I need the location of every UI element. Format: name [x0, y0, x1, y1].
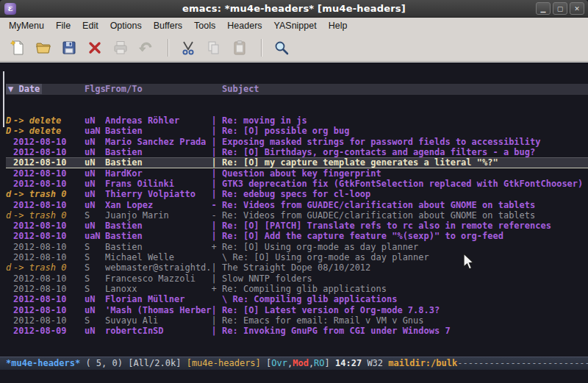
- message-mark: [6, 294, 13, 304]
- message-row[interactable]: d-> trash 0SJuanjo Marin- Re: Videos fro…: [6, 210, 588, 221]
- menu-item-tools[interactable]: Tools: [188, 18, 221, 33]
- menu-item-buffers[interactable]: Buffers: [148, 18, 188, 33]
- column-header-subject[interactable]: Subject: [212, 84, 259, 95]
- message-mark: d: [6, 189, 13, 199]
- message-mark: [6, 221, 13, 231]
- minimize-button[interactable]: ▁: [536, 2, 551, 15]
- message-mark: d: [6, 262, 13, 273]
- modeline-readonly: RO: [314, 358, 324, 368]
- message-date: 2012-08-10: [13, 168, 85, 179]
- column-header-date[interactable]: ▼ Date: [6, 84, 85, 95]
- search-button[interactable]: [270, 37, 293, 59]
- message-row[interactable]: 2012-08-10uNMario Sanchez Prada| Exposin…: [6, 137, 588, 147]
- mode-line[interactable]: *mu4e-headers* ( 5, 0) [All/2.0k] [mu4e-…: [0, 357, 588, 370]
- message-row[interactable]: 2012-08-10uNHardKor| Question about key …: [6, 168, 588, 179]
- message-mark: [6, 242, 13, 252]
- message-mark: [6, 315, 13, 326]
- emacs-window: ε emacs: *mu4e-headers* [mu4e-headers] ▁…: [0, 0, 588, 383]
- message-mark: [6, 200, 13, 210]
- message-from: Bastien: [105, 221, 211, 231]
- title-bar[interactable]: ε emacs: *mu4e-headers* [mu4e-headers] ▁…: [0, 0, 588, 18]
- scrollbar[interactable]: [0, 62, 6, 357]
- modeline-folder: maildir:/bulk: [388, 358, 457, 368]
- message-row[interactable]: D-> deleteuNAndreas Röhler| Re: moving i…: [6, 115, 588, 126]
- message-row[interactable]: 2012-08-10SFrancesco Mazzoli| Slow NNTP …: [6, 273, 588, 284]
- message-subject: \ Re: [O] Using org-mode as day planner: [212, 252, 588, 262]
- message-row[interactable]: 2012-08-10uNBastien| Re: [O] my capture …: [6, 157, 588, 168]
- scrollbar-thumb[interactable]: [3, 71, 4, 127]
- message-subject: | Re: [O] possible org bug: [212, 126, 588, 136]
- message-row[interactable]: 2012-08-10uN'Mash (Thomas Herbert)| Re: …: [6, 305, 588, 315]
- message-subject: \ Re: Compiling glib applications: [212, 294, 588, 304]
- toolbar-separator: [168, 39, 169, 57]
- message-row[interactable]: 2012-08-10uNFlorian Müllner \ Re: Compil…: [6, 294, 588, 304]
- message-subject: | Exposing masked strings for password f…: [212, 137, 588, 147]
- close-button[interactable]: ✕: [570, 2, 584, 15]
- message-date: 2012-08-10: [13, 294, 85, 304]
- message-row[interactable]: 2012-08-10uaNBastien| Re: [O] Add the ca…: [6, 231, 588, 241]
- message-row[interactable]: D-> deleteuaNBastien| Re: [O] possible o…: [6, 126, 588, 136]
- message-subject: | Question about key fingerprint: [212, 168, 588, 179]
- message-row[interactable]: 2012-08-10SBastien+ Re: [O] Using org-mo…: [6, 242, 588, 252]
- menu-item-mymenu[interactable]: MyMenu: [3, 18, 50, 33]
- message-flags: uN: [85, 326, 105, 336]
- maximize-button[interactable]: ▢: [553, 2, 567, 15]
- message-mark: [6, 305, 13, 315]
- message-row[interactable]: 2012-08-10SSuvayu Ali| Re: Emacs for ema…: [6, 315, 588, 326]
- message-row[interactable]: 2012-08-09uNrobertcInSD| Re: Invoking Gn…: [6, 326, 588, 336]
- message-subject: | Re: moving in js: [212, 115, 588, 126]
- message-date: 2012-08-10: [13, 284, 85, 294]
- open-file-button[interactable]: [32, 37, 55, 59]
- message-row[interactable]: 2012-08-10uNBastien| Re: [O] Birthdays, …: [6, 147, 588, 157]
- message-date: -> trash 0: [13, 189, 85, 199]
- modeline-position: ( 5, 0): [85, 358, 128, 368]
- message-from: Xan Lopez: [105, 200, 211, 210]
- menu-item-headers[interactable]: Headers: [221, 18, 268, 33]
- minibuffer[interactable]: [0, 370, 588, 383]
- message-subject: | Re: [O] Birthdays, org-contacts and ag…: [212, 147, 588, 157]
- message-subject: - Re: Videos from GUADEC/clarification a…: [212, 200, 588, 210]
- message-date: 2012-08-10: [13, 200, 85, 210]
- cut-button[interactable]: [176, 37, 200, 59]
- message-from: Thierry Volpiatto: [105, 189, 211, 199]
- menu-item-yasnippet[interactable]: YASnippet: [268, 18, 323, 33]
- message-flags: uN: [85, 189, 105, 199]
- message-date: -> delete: [13, 115, 85, 126]
- message-row[interactable]: d-> trash 0uNThierry Volpiatto| Re: edeb…: [6, 189, 588, 199]
- message-row[interactable]: 2012-08-10uNFrans Oilinki| GTK3 deprecat…: [6, 179, 588, 189]
- message-flags: S: [85, 273, 105, 284]
- menu-item-help[interactable]: Help: [323, 18, 354, 33]
- message-mark: [6, 137, 13, 147]
- message-flags: S: [85, 315, 105, 326]
- column-header-from[interactable]: From/To: [105, 84, 211, 95]
- menu-item-options[interactable]: Options: [104, 18, 148, 33]
- message-flags: S: [85, 210, 105, 221]
- message-row[interactable]: 2012-08-10uNBastien| Re: [O] [PATCH] Tra…: [6, 221, 588, 231]
- message-subject: | Re: [O] [PATCH] Translate refs to rc a…: [212, 221, 588, 231]
- window-title: emacs: *mu4e-headers* [mu4e-headers]: [0, 3, 588, 14]
- message-date: 2012-08-10: [13, 179, 85, 189]
- message-mark: d: [6, 210, 13, 221]
- menu-item-file[interactable]: File: [50, 18, 76, 33]
- message-row[interactable]: 2012-08-10SLanoxx+ Re: Compiling glib ap…: [6, 284, 588, 294]
- message-date: 2012-08-09: [13, 326, 85, 336]
- message-flags: uN: [85, 157, 105, 168]
- new-file-button[interactable]: [6, 37, 29, 59]
- message-row[interactable]: 2012-08-10SMichael Welle \ Re: [O] Using…: [6, 252, 588, 262]
- message-row[interactable]: d-> trash 0Swebmaster@straightd...| The …: [6, 262, 588, 273]
- message-flags: uN: [85, 168, 105, 179]
- message-flags: uN: [85, 200, 105, 210]
- print-button: [109, 37, 132, 59]
- menu-item-edit[interactable]: Edit: [76, 18, 104, 33]
- save-button[interactable]: [57, 37, 81, 59]
- message-from: Florian Müllner: [105, 294, 211, 304]
- message-row[interactable]: 2012-08-10uNXan Lopez- Re: Videos from G…: [6, 200, 588, 210]
- column-header-flags[interactable]: Flgs: [85, 84, 105, 95]
- message-date: 2012-08-10: [13, 137, 85, 147]
- message-date: -> trash 0: [13, 262, 85, 273]
- emacs-icon: ε: [4, 3, 16, 15]
- message-mark: D: [6, 115, 13, 126]
- message-date: 2012-08-10: [13, 221, 85, 231]
- message-date: 2012-08-10: [13, 231, 85, 241]
- close-buffer-button[interactable]: [83, 37, 107, 59]
